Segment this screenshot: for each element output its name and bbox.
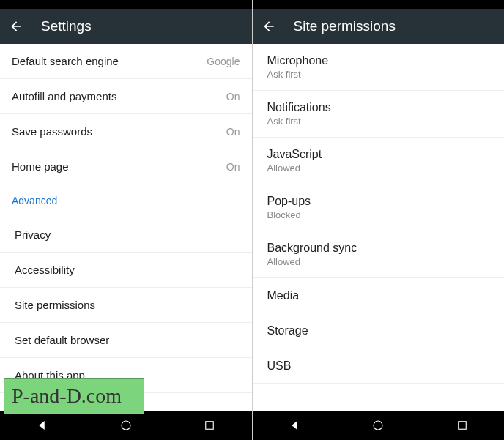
settings-list: Default search engine Google Autofill an… <box>0 44 252 411</box>
row-usb[interactable]: USB <box>253 348 505 384</box>
page-title-settings: Settings <box>41 18 92 34</box>
nav-recent-icon[interactable] <box>203 419 216 432</box>
row-microphone[interactable]: Microphone Ask first <box>253 44 505 91</box>
row-sub: Allowed <box>267 256 357 267</box>
row-site-permissions[interactable]: Site permissions <box>0 288 252 323</box>
row-label: USB <box>267 359 292 373</box>
row-home-page[interactable]: Home page On <box>0 149 252 184</box>
row-label: JavaScript <box>267 148 322 161</box>
row-sub: Allowed <box>267 163 322 174</box>
app-bar-settings: Settings <box>0 9 252 44</box>
section-advanced: Advanced <box>0 184 252 217</box>
row-popups[interactable]: Pop-ups Blocked <box>253 184 505 231</box>
nav-back-icon[interactable] <box>288 419 301 432</box>
row-label: Site permissions <box>12 299 95 311</box>
back-icon[interactable] <box>262 19 276 34</box>
watermark: P-and-D.com <box>4 378 144 414</box>
svg-point-0 <box>122 421 130 430</box>
nav-back-icon[interactable] <box>35 419 48 432</box>
row-storage[interactable]: Storage <box>253 313 505 348</box>
row-label: Set default browser <box>12 334 109 346</box>
nav-home-icon[interactable] <box>371 419 385 432</box>
svg-rect-3 <box>459 422 467 430</box>
row-label: Storage <box>267 324 308 338</box>
app-bar-site-permissions: Site permissions <box>253 9 505 44</box>
permissions-list: Microphone Ask first Notifications Ask f… <box>253 44 505 411</box>
row-label: Media <box>267 289 300 302</box>
row-label: Save passwords <box>12 125 92 138</box>
row-value: On <box>226 126 240 138</box>
back-icon[interactable] <box>9 19 23 34</box>
row-label: Home page <box>12 160 69 173</box>
row-label: Default search engine <box>12 55 119 67</box>
row-media[interactable]: Media <box>253 278 505 313</box>
row-value: On <box>226 161 240 173</box>
row-default-search-engine[interactable]: Default search engine Google <box>0 44 252 79</box>
nav-bar-right <box>253 411 505 440</box>
row-privacy[interactable]: Privacy <box>0 217 252 253</box>
row-sub: Ask first <box>267 116 331 127</box>
nav-bar-left <box>0 411 252 440</box>
svg-point-2 <box>374 421 382 430</box>
row-label: Background sync <box>267 242 357 255</box>
status-bar-left <box>0 0 252 9</box>
row-save-passwords[interactable]: Save passwords On <box>0 114 252 149</box>
settings-pane: Settings Default search engine Google Au… <box>0 0 253 440</box>
row-javascript[interactable]: JavaScript Allowed <box>253 138 505 184</box>
site-permissions-pane: Site permissions Microphone Ask first No… <box>253 0 505 440</box>
row-autofill-payments[interactable]: Autofill and payments On <box>0 79 252 114</box>
row-accessibility[interactable]: Accessibility <box>0 253 252 288</box>
row-label: Privacy <box>12 228 51 241</box>
nav-home-icon[interactable] <box>119 419 133 432</box>
row-label: Accessibility <box>12 264 75 276</box>
row-value: On <box>226 91 240 102</box>
row-label: Microphone <box>267 54 329 67</box>
row-sub: Blocked <box>267 209 311 220</box>
row-label: Pop-ups <box>267 195 311 208</box>
row-label: Autofill and payments <box>12 90 116 102</box>
svg-rect-1 <box>206 422 214 430</box>
nav-recent-icon[interactable] <box>456 419 469 432</box>
page-title-site-permissions: Site permissions <box>294 18 396 34</box>
status-bar-right <box>253 0 505 9</box>
row-background-sync[interactable]: Background sync Allowed <box>253 231 505 278</box>
row-sub: Ask first <box>267 69 329 80</box>
row-set-default-browser[interactable]: Set default browser <box>0 323 252 358</box>
row-value: Google <box>207 56 240 67</box>
row-label: Notifications <box>267 101 331 114</box>
row-notifications[interactable]: Notifications Ask first <box>253 91 505 138</box>
